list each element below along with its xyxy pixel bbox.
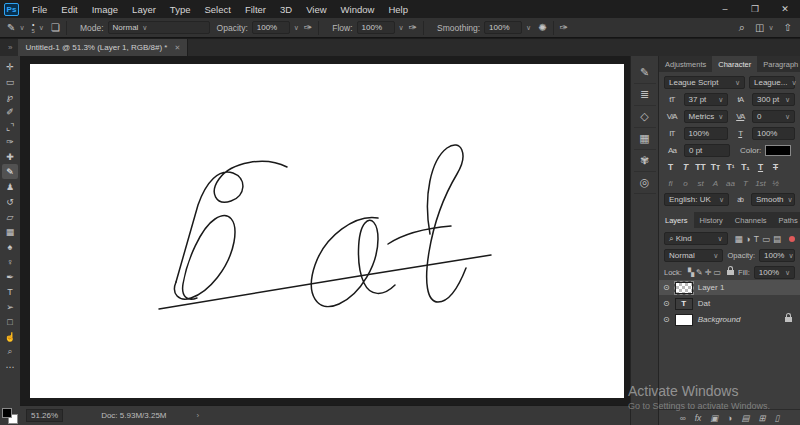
faux-italic-button[interactable]: T bbox=[679, 161, 692, 173]
link-layers-icon[interactable]: ∞ bbox=[680, 413, 686, 423]
tab-paths[interactable]: Paths bbox=[773, 212, 800, 228]
menu-image[interactable]: Image bbox=[85, 4, 125, 15]
tab-layers[interactable]: Layers bbox=[659, 212, 694, 228]
lock-artboard-icon[interactable]: ▭ bbox=[714, 268, 722, 277]
blur-tool[interactable]: ♠ bbox=[2, 239, 18, 254]
stylistic-alternates-button[interactable]: aa bbox=[724, 177, 737, 189]
visibility-eye-icon[interactable]: ⊙ bbox=[663, 283, 670, 292]
collapse-toolbar-icon[interactable]: » bbox=[8, 43, 12, 52]
layer-fill-field[interactable]: 100%∨ bbox=[754, 266, 795, 279]
menu-type[interactable]: Type bbox=[163, 4, 198, 15]
layer-thumbnail[interactable] bbox=[675, 282, 693, 294]
share-icon[interactable]: ⇧ bbox=[784, 23, 792, 33]
filter-smart-objects-icon[interactable]: ▤ bbox=[773, 234, 781, 244]
layer-row-layer1[interactable]: ⊙ Layer 1 bbox=[659, 280, 800, 295]
kerning-field[interactable]: Metrics∨ bbox=[684, 110, 729, 123]
rectangle-tool[interactable]: □ bbox=[2, 314, 18, 329]
delete-layer-icon[interactable]: ▯ bbox=[775, 413, 780, 423]
layer-name[interactable]: Background bbox=[698, 315, 741, 324]
menu-filter[interactable]: Filter bbox=[238, 4, 273, 15]
restore-button[interactable]: ❐ bbox=[740, 4, 770, 14]
close-button[interactable]: ✕ bbox=[770, 4, 800, 14]
strikethrough-button[interactable]: T bbox=[769, 161, 782, 173]
layer-filter-toggle[interactable] bbox=[789, 236, 795, 242]
pressure-opacity-icon[interactable]: ✑ bbox=[304, 23, 312, 33]
menu-3d[interactable]: 3D bbox=[273, 4, 299, 15]
horizontal-scale-field[interactable]: 100% bbox=[752, 127, 795, 140]
language-select[interactable]: English: UK∨ bbox=[664, 193, 729, 206]
layer-opacity-field[interactable]: 100%∨ bbox=[759, 249, 795, 262]
vertical-scale-field[interactable]: 100% bbox=[684, 127, 729, 140]
menu-edit[interactable]: Edit bbox=[54, 4, 84, 15]
menu-help[interactable]: Help bbox=[381, 4, 415, 15]
mode-select[interactable]: Normal∨ bbox=[108, 21, 210, 34]
lasso-tool[interactable]: ℘ bbox=[2, 89, 18, 104]
swatches-icon[interactable]: ✾ bbox=[634, 150, 656, 172]
color-swatches[interactable] bbox=[2, 408, 18, 424]
canvas[interactable] bbox=[30, 64, 624, 398]
adjustment-layer-icon[interactable]: ◑ bbox=[727, 413, 732, 423]
leading-field[interactable]: 300 pt∨ bbox=[752, 93, 795, 106]
layer-row-background[interactable]: ⊙ Background bbox=[659, 312, 800, 327]
lock-all-icon[interactable] bbox=[727, 270, 734, 275]
filter-shape-layers-icon[interactable]: ▭ bbox=[762, 234, 770, 244]
visibility-eye-icon[interactable]: ⊙ bbox=[663, 315, 670, 324]
menu-window[interactable]: Window bbox=[334, 4, 382, 15]
ordinals-button[interactable]: 1st bbox=[754, 177, 767, 189]
faux-bold-button[interactable]: T bbox=[664, 161, 677, 173]
hand-tool[interactable]: ☝ bbox=[2, 329, 18, 344]
gradient-tool[interactable]: ▦ bbox=[2, 224, 18, 239]
menu-view[interactable]: View bbox=[299, 4, 333, 15]
pen-tool[interactable]: ✒ bbox=[2, 269, 18, 284]
text-color-swatch[interactable] bbox=[765, 145, 791, 156]
lock-position-icon[interactable]: ✛ bbox=[705, 268, 712, 277]
swash-button[interactable]: A bbox=[709, 177, 722, 189]
tracking-field[interactable]: 0∨ bbox=[752, 110, 795, 123]
layer-filter-select[interactable]: ⌕ Kind∨ bbox=[664, 232, 728, 245]
opacity-field[interactable]: 100% bbox=[252, 21, 290, 34]
move-tool[interactable]: ✛ bbox=[2, 59, 18, 74]
antialias-select[interactable]: Smooth∨ bbox=[751, 193, 795, 206]
foreground-color-swatch[interactable] bbox=[2, 408, 12, 418]
quick-selection-tool[interactable]: ✐ bbox=[2, 104, 18, 119]
workspace-switcher[interactable]: ◫ ∨ bbox=[755, 23, 774, 33]
tab-channels[interactable]: Channels bbox=[729, 212, 773, 228]
underline-button[interactable]: T bbox=[754, 161, 767, 173]
layer-thumbnail[interactable] bbox=[675, 314, 693, 326]
contextual-alternates-button[interactable]: o bbox=[679, 177, 692, 189]
menu-layer[interactable]: Layer bbox=[125, 4, 163, 15]
tab-character[interactable]: Character bbox=[712, 56, 757, 72]
lock-transparent-icon[interactable]: ▚ bbox=[688, 268, 694, 277]
fractions-button[interactable]: ½ bbox=[769, 177, 782, 189]
tab-history[interactable]: History bbox=[694, 212, 729, 228]
gear-icon[interactable]: ✺ bbox=[538, 23, 546, 33]
zoom-tool[interactable]: ⌕ bbox=[2, 344, 18, 359]
type-tool[interactable]: T bbox=[2, 284, 18, 299]
font-size-field[interactable]: 37 pt∨ bbox=[684, 93, 729, 106]
layer-row-dat[interactable]: ⊙ T Dat bbox=[659, 296, 800, 311]
layer-mask-icon[interactable]: ▣ bbox=[710, 413, 718, 423]
3d-panel-icon[interactable]: ◇ bbox=[634, 106, 656, 128]
dodge-tool[interactable]: ♀ bbox=[2, 254, 18, 269]
pasteboard[interactable] bbox=[20, 56, 630, 405]
flow-field[interactable]: 100% bbox=[357, 21, 395, 34]
all-caps-button[interactable]: TT bbox=[694, 161, 707, 173]
lock-paint-icon[interactable]: ✎ bbox=[696, 268, 703, 277]
history-brush-tool[interactable]: ↺ bbox=[2, 194, 18, 209]
path-selection-tool[interactable]: ➢ bbox=[2, 299, 18, 314]
edit-toolbar[interactable]: ⋯ bbox=[2, 359, 18, 374]
discretionary-ligatures-button[interactable]: st bbox=[694, 177, 707, 189]
close-tab-icon[interactable]: ✕ bbox=[174, 44, 180, 52]
superscript-button[interactable]: T¹ bbox=[724, 161, 737, 173]
stylus-pressure-icon[interactable]: ✑ bbox=[560, 23, 568, 33]
libraries-icon[interactable]: ◎ bbox=[634, 172, 656, 194]
eyedropper-tool[interactable]: ✑ bbox=[2, 134, 18, 149]
brush-size-picker[interactable]: • 5 bbox=[32, 22, 35, 34]
new-layer-icon[interactable]: ⊞ bbox=[759, 413, 766, 423]
brush-settings-icon[interactable]: ✎ bbox=[634, 62, 656, 84]
menu-file[interactable]: File bbox=[25, 4, 54, 15]
blend-mode-select[interactable]: Normal∨ bbox=[664, 249, 723, 262]
filter-pixel-layers-icon[interactable]: ▦ bbox=[735, 234, 743, 244]
clone-stamp-tool[interactable]: ♟ bbox=[2, 179, 18, 194]
brush-presets-icon[interactable]: ≣ bbox=[634, 84, 656, 106]
